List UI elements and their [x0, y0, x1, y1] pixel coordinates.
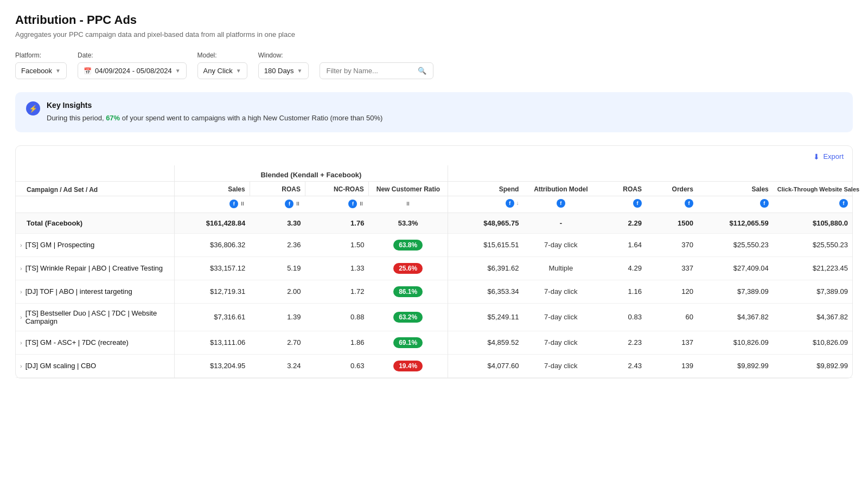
fb-icon-sales-b: f: [229, 200, 238, 208]
search-box[interactable]: 🔍: [320, 62, 433, 79]
col-campaign-header[interactable]: Campaign / Ad Set / Ad: [16, 181, 174, 196]
blended-sales: $12,719.31: [174, 280, 250, 303]
blended-ncr: 25.6%: [368, 256, 448, 280]
col-blended-sales-header[interactable]: Sales: [174, 181, 250, 196]
expand-icon[interactable]: ›: [20, 242, 22, 248]
blended-ncr: 63.2%: [368, 303, 448, 331]
total-campaign-cell: Total (Facebook): [16, 213, 174, 233]
col-ct-header[interactable]: Click-Through Website Sales: [773, 181, 852, 196]
window-value: 180 Days: [264, 67, 294, 75]
col-sales-header[interactable]: Sales: [698, 181, 773, 196]
spend: $6,353.34: [448, 280, 524, 303]
attr-model: 7-day click: [523, 331, 598, 354]
search-icon: 🔍: [418, 67, 426, 75]
insights-content: Key Insights During this period, 67% of …: [47, 101, 842, 124]
campaign-name: [TS] Bestseller Duo | ASC | 7DC | Websit…: [25, 309, 170, 325]
ct-sales: $7,389.09: [773, 280, 852, 303]
campaign-cell: › [DJ] TOF | ABO | interest targeting: [16, 280, 174, 303]
ncr-badge: 63.8%: [393, 240, 423, 251]
col-roas-header[interactable]: ROAS: [598, 181, 646, 196]
attr-model: 7-day click: [523, 303, 598, 331]
sales: $7,389.09: [698, 280, 773, 303]
group-header-row: Blended (Kendall + Facebook): [16, 165, 852, 182]
blended-ncroas: 0.88: [305, 303, 368, 331]
col-blended-roas-header[interactable]: ROAS: [250, 181, 305, 196]
date-chevron-icon: ▼: [175, 68, 181, 74]
blended-roas: 1.39: [250, 303, 305, 331]
sales: $4,367.82: [698, 303, 773, 331]
blended-ncr: 86.1%: [368, 280, 448, 303]
spend: $15,615.51: [448, 233, 524, 256]
col-blended-ncroas-header[interactable]: NC-ROAS: [305, 181, 368, 196]
blended-ncroas: 0.63: [305, 354, 368, 377]
insights-title: Key Insights: [47, 101, 842, 110]
page-subtitle: Aggregates your PPC campaign data and pi…: [15, 30, 853, 38]
window-label: Window:: [258, 52, 309, 59]
campaign-name: [TS] Wrinkle Repair | ABO | Creative Tes…: [25, 264, 163, 272]
blended-ncroas: 1.33: [305, 256, 368, 280]
total-roas: 2.29: [598, 213, 646, 233]
col-blended-ncr-header[interactable]: New Customer Ratio: [368, 181, 448, 196]
col-orders-header[interactable]: Orders: [646, 181, 698, 196]
expand-icon[interactable]: ›: [20, 363, 22, 369]
export-icon: ⬇: [813, 152, 820, 161]
total-blended-ncroas: 1.76: [305, 213, 368, 233]
export-row: ⬇ Export: [16, 146, 852, 165]
blended-roas: 5.19: [250, 256, 305, 280]
attr-model: 7-day click: [523, 280, 598, 303]
total-spend: $48,965.75: [448, 213, 524, 233]
total-row: Total (Facebook) $161,428.84 3.30 1.76 5…: [16, 213, 852, 233]
fb-icon-orders: f: [685, 199, 693, 208]
model-label: Model:: [197, 52, 247, 59]
campaign-cell: › [TS] Wrinkle Repair | ABO | Creative T…: [16, 256, 174, 280]
table-row: › [TS] GM | Prospecting $36,806.32 2.36 …: [16, 233, 852, 256]
sales: $27,409.04: [698, 256, 773, 280]
expand-icon[interactable]: ›: [20, 314, 22, 320]
ncr-badge: 25.6%: [393, 263, 423, 274]
export-button[interactable]: ⬇ Export: [813, 152, 844, 161]
sales: $9,892.99: [698, 354, 773, 377]
model-select[interactable]: Any Click ▼: [197, 62, 247, 79]
campaign-name: [DJ] GM scaling | CBO: [25, 362, 97, 370]
orders: 120: [646, 280, 698, 303]
icon-row: f⏸ f⏸ f⏸ ⏸ f ↓ f f: [16, 196, 852, 213]
window-select[interactable]: 180 Days ▼: [258, 62, 309, 79]
ncr-badge: 69.1%: [393, 337, 423, 348]
blended-ncr: 63.8%: [368, 233, 448, 256]
expand-icon[interactable]: ›: [20, 288, 22, 295]
attr-model: 7-day click: [523, 233, 598, 256]
spend: $4,859.52: [448, 331, 524, 354]
ct-sales: $25,550.23: [773, 233, 852, 256]
platform-value: Facebook: [21, 67, 52, 75]
sort-arrow-spend[interactable]: ↓: [516, 200, 519, 206]
model-value: Any Click: [203, 67, 233, 75]
date-select[interactable]: 📅 04/09/2024 - 05/08/2024 ▼: [78, 62, 187, 79]
col-attr-model-header[interactable]: Attribution Model: [523, 181, 598, 196]
total-orders: 1500: [646, 213, 698, 233]
filters-row: Platform: Facebook ▼ Date: 📅 04/09/2024 …: [15, 52, 853, 79]
blended-ncroas: 1.72: [305, 280, 368, 303]
campaign-name: [DJ] TOF | ABO | interest targeting: [25, 287, 132, 296]
campaign-name: [TS] GM | Prospecting: [25, 241, 95, 249]
sales: $25,550.23: [698, 233, 773, 256]
expand-icon[interactable]: ›: [20, 265, 22, 272]
insights-suffix: of your spend went to campaigns with a h…: [122, 114, 383, 122]
model-filter: Model: Any Click ▼: [197, 52, 247, 79]
orders: 337: [646, 256, 698, 280]
campaign-cell: › [DJ] GM scaling | CBO: [16, 354, 174, 377]
date-filter: Date: 📅 04/09/2024 - 05/08/2024 ▼: [78, 52, 187, 79]
search-input[interactable]: [327, 67, 413, 75]
ct-sales: $21,223.45: [773, 256, 852, 280]
model-chevron-icon: ▼: [236, 68, 241, 74]
col-spend-header[interactable]: Spend: [448, 181, 524, 196]
platform-filter: Platform: Facebook ▼: [15, 52, 67, 79]
expand-icon[interactable]: ›: [20, 339, 22, 346]
platform-select[interactable]: Facebook ▼: [15, 62, 67, 79]
ct-sales: $10,826.09: [773, 331, 852, 354]
blended-roas: 2.70: [250, 331, 305, 354]
insights-text: During this period, 67% of your spend we…: [47, 113, 842, 124]
spend: $4,077.60: [448, 354, 524, 377]
blended-ncroas: 1.86: [305, 331, 368, 354]
roas: 1.64: [598, 233, 646, 256]
blended-sales: $33,157.12: [174, 256, 250, 280]
